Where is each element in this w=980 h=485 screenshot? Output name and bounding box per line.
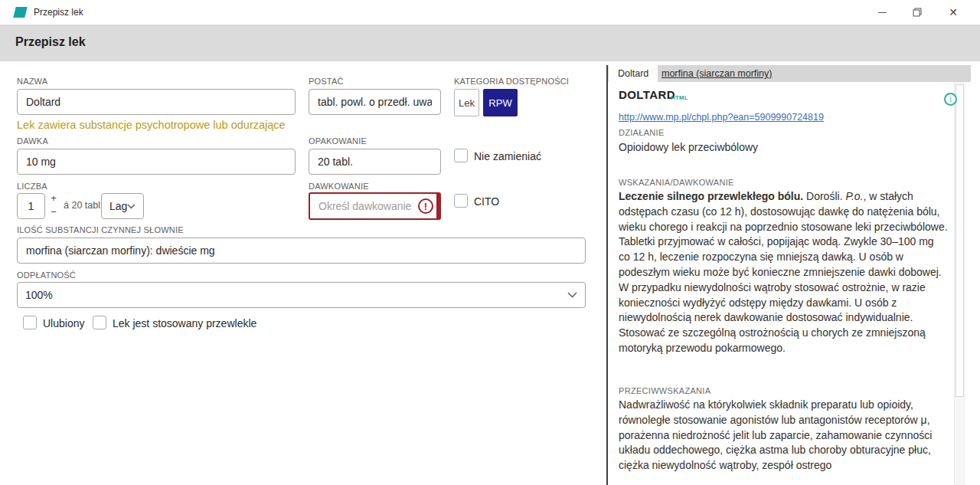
chevron-down-icon	[567, 292, 577, 298]
wskazania-text-part2: , w stałych odstępach czasu (co 12 h), d…	[619, 190, 948, 354]
nazwa-input[interactable]	[17, 89, 296, 115]
psychotropic-warning: Lek zawiera substancje psychotropowe lub…	[17, 119, 286, 131]
error-icon: !	[418, 198, 433, 214]
close-icon: ✕	[949, 6, 958, 18]
dawka-input[interactable]	[17, 149, 296, 175]
ulubiony-checkbox[interactable]	[23, 316, 37, 329]
page-header: Przepisz lek	[0, 25, 980, 61]
dawka-label: DAWKA	[17, 136, 48, 146]
minimize-button[interactable]	[864, 0, 900, 25]
nie-zamieniac-checkbox[interactable]	[454, 149, 468, 162]
kategoria-rpw-button[interactable]: RPW	[483, 89, 518, 116]
info-icon[interactable]: i	[944, 93, 957, 106]
dzialanie-label: DZIAŁANIE	[619, 128, 665, 137]
dawkowanie-label: DAWKOWANIE	[309, 182, 369, 191]
restore-icon	[913, 8, 922, 17]
drug-title: DOLTARD	[619, 88, 675, 101]
ilosc-slownie-label: ILOŚĆ SUBSTANCJI CZYNNEJ SŁOWNIE	[17, 225, 184, 234]
chpl-link[interactable]: http://www.mp.pl/chpl.php?ean=5909990724…	[619, 112, 824, 123]
kategoria-lek-button[interactable]: Lek	[454, 89, 479, 116]
minimize-icon	[878, 12, 887, 13]
page-title: Przepisz lek	[15, 35, 86, 49]
kategoria-label: KATEGORIA DOSTĘPNOŚCI	[454, 77, 569, 86]
liczba-input[interactable]	[17, 193, 45, 219]
nazwa-label: NAZWA	[17, 77, 47, 86]
liczba-decrement-button[interactable]: −	[48, 208, 59, 217]
package-size-note: á 20 tabl.	[64, 200, 103, 211]
ilosc-slownie-input[interactable]	[17, 238, 586, 264]
unit-select-value: Lag	[109, 200, 127, 212]
ulubiony-label: Ulubiony	[43, 317, 84, 329]
postac-label: POSTAĆ	[309, 77, 344, 86]
wskazania-text-part1: Dorośli.	[803, 190, 845, 202]
app-icon	[13, 7, 27, 18]
dzialanie-text: Opioidowy lek przeciwbólowy	[619, 140, 948, 156]
html-badge: HTML	[671, 94, 688, 101]
odplatnosc-select[interactable]: 100%	[17, 282, 586, 308]
wskazania-italic: P.o.	[845, 190, 863, 202]
restore-button[interactable]	[900, 0, 935, 25]
wskazania-bold-lead: Leczenie silnego przewlekłego bólu.	[619, 190, 803, 202]
prescription-window: Przepisz lek ✕ Przepisz lek NAZWA POSTAĆ…	[0, 0, 980, 485]
drug-info-panel: DOLTARD HTML http://www.mp.pl/chpl.php?e…	[619, 82, 948, 485]
cito-checkbox[interactable]	[454, 194, 468, 208]
close-button[interactable]: ✕	[936, 0, 971, 25]
tab-morfina[interactable]: morfina (siarczan morfiny)	[657, 65, 776, 82]
nie-zamieniac-label: Nie zamieniać	[474, 150, 541, 162]
odplatnosc-select-value: 100%	[25, 289, 53, 301]
unit-select[interactable]: Lag	[101, 193, 144, 219]
przeciwwskazania-text: Nadwrażliwość na którykolwiek składnik p…	[619, 398, 948, 474]
odplatnosc-label: ODPŁATNOŚĆ	[17, 270, 76, 280]
chevron-down-icon	[127, 204, 136, 209]
wskazania-text: Leczenie silnego przewlekłego bólu. Doro…	[619, 189, 948, 356]
wskazania-label: WSKAZANIA/DAWKOWANIE	[619, 178, 734, 187]
przeciwwskazania-label: PRZECIWWSKAZANIA	[619, 386, 710, 395]
titlebar: Przepisz lek ✕	[0, 0, 980, 25]
opakowanie-input[interactable]	[309, 149, 441, 175]
window-title: Przepisz lek	[34, 7, 83, 18]
panel-separator	[606, 65, 608, 485]
postac-input[interactable]	[309, 89, 441, 115]
liczba-label: LICZBA	[17, 182, 47, 191]
opakowanie-label: OPAKOWANIE	[309, 136, 367, 146]
liczba-increment-button[interactable]: +	[48, 194, 59, 203]
drug-info-tabstrip: Doltard morfina (siarczan morfiny)	[608, 65, 971, 82]
cito-label: CITO	[474, 195, 499, 208]
przewlekle-label: Lek jest stosowany przewlekle	[113, 317, 256, 329]
panel-scrollbar-thumb[interactable]	[956, 84, 964, 397]
przewlekle-checkbox[interactable]	[93, 316, 106, 329]
tab-doltard[interactable]: Doltard	[609, 65, 658, 82]
